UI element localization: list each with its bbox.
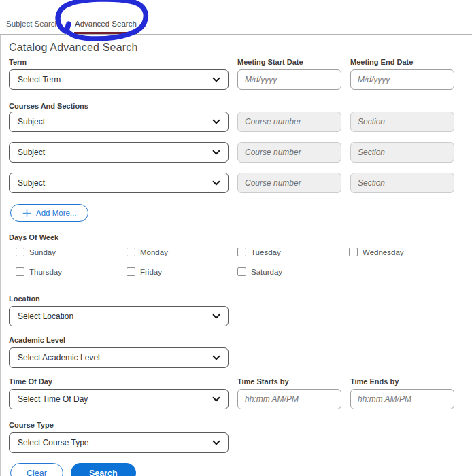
time-starts-by-label: Time Starts by bbox=[237, 377, 341, 386]
days-of-week-label: Days Of Week bbox=[9, 233, 58, 241]
sunday-checkbox[interactable] bbox=[16, 248, 24, 256]
day-label: Wednesday bbox=[363, 248, 404, 256]
search-button[interactable]: Search bbox=[71, 463, 136, 476]
meeting-start-date-input[interactable] bbox=[237, 69, 341, 90]
thursday-checkbox[interactable] bbox=[16, 267, 24, 276]
course-number-input-3[interactable] bbox=[237, 173, 341, 193]
subject-select-value: Subject bbox=[18, 178, 45, 188]
meeting-end-date-input[interactable] bbox=[350, 69, 454, 90]
course-number-input-2[interactable] bbox=[237, 142, 341, 163]
day-label: Saturday bbox=[251, 268, 282, 276]
chevron-down-icon bbox=[212, 117, 221, 126]
subject-select-value: Subject bbox=[18, 117, 45, 126]
subject-select-2[interactable]: Subject bbox=[9, 142, 229, 163]
time-of-day-label: Time Of Day bbox=[9, 377, 229, 386]
advanced-search-panel: Catalog Advanced Search Term Select Term… bbox=[0, 35, 472, 476]
course-row: Subject bbox=[9, 112, 454, 132]
section-input-2[interactable] bbox=[350, 142, 454, 163]
day-label: Friday bbox=[140, 268, 162, 276]
day-item-sunday: Sunday bbox=[16, 248, 127, 256]
day-item-thursday: Thursday bbox=[16, 267, 127, 276]
time-ends-by-input[interactable] bbox=[350, 389, 454, 409]
day-item-monday: Monday bbox=[127, 248, 237, 256]
tuesday-checkbox[interactable] bbox=[237, 248, 246, 256]
time-ends-by-label: Time Ends by bbox=[350, 377, 454, 386]
tab-advanced-search[interactable]: Advanced Search bbox=[74, 20, 137, 34]
chevron-down-icon bbox=[212, 311, 221, 321]
academic-level-select-value: Select Academic Level bbox=[18, 353, 100, 362]
page-title: Catalog Advanced Search bbox=[9, 41, 454, 54]
chevron-down-icon bbox=[212, 438, 221, 447]
course-row: Subject bbox=[9, 173, 454, 193]
day-item-tuesday: Tuesday bbox=[237, 248, 349, 256]
friday-checkbox[interactable] bbox=[127, 267, 135, 276]
day-item-saturday: Saturday bbox=[237, 267, 349, 276]
chevron-down-icon bbox=[212, 75, 221, 84]
form-actions: Clear Search bbox=[10, 463, 454, 476]
add-more-label: Add More... bbox=[36, 209, 76, 217]
day-item-friday: Friday bbox=[127, 267, 237, 276]
time-starts-by-input[interactable] bbox=[237, 389, 341, 409]
academic-level-select[interactable]: Select Academic Level bbox=[9, 347, 229, 368]
monday-checkbox[interactable] bbox=[127, 248, 135, 256]
clear-button[interactable]: Clear bbox=[10, 463, 63, 476]
saturday-checkbox[interactable] bbox=[237, 267, 246, 276]
course-type-select[interactable]: Select Course Type bbox=[9, 432, 229, 453]
plus-icon bbox=[22, 209, 31, 218]
tab-bar: Subject Search Advanced Search bbox=[0, 0, 472, 35]
course-type-select-value: Select Course Type bbox=[18, 438, 89, 447]
add-more-button[interactable]: Add More... bbox=[10, 204, 88, 222]
courses-and-sections-label: Courses And Sections bbox=[9, 102, 88, 110]
location-select[interactable]: Select Location bbox=[9, 306, 229, 326]
section-input-1[interactable] bbox=[350, 112, 454, 132]
academic-level-label: Academic Level bbox=[9, 336, 229, 344]
time-of-day-select-value: Select Time Of Day bbox=[18, 394, 88, 404]
day-label: Monday bbox=[140, 248, 168, 256]
subject-select-3[interactable]: Subject bbox=[9, 173, 229, 193]
subject-select-value: Subject bbox=[18, 148, 45, 157]
time-of-day-select[interactable]: Select Time Of Day bbox=[9, 389, 229, 409]
wednesday-checkbox[interactable] bbox=[349, 248, 358, 256]
day-label: Tuesday bbox=[251, 248, 281, 256]
subject-select-1[interactable]: Subject bbox=[9, 112, 229, 132]
meeting-start-date-label: Meeting Start Date bbox=[237, 58, 341, 66]
location-label: Location bbox=[9, 294, 229, 303]
course-type-label: Course Type bbox=[9, 421, 229, 429]
section-input-3[interactable] bbox=[350, 173, 454, 193]
catalog-search-page: Subject Search Advanced Search Catalog A… bbox=[0, 0, 472, 476]
term-select-value: Select Term bbox=[18, 75, 61, 84]
day-item-wednesday: Wednesday bbox=[349, 248, 454, 256]
chevron-down-icon bbox=[212, 394, 221, 404]
day-label: Thursday bbox=[29, 268, 62, 276]
location-select-value: Select Location bbox=[18, 311, 73, 321]
chevron-down-icon bbox=[212, 178, 221, 188]
day-label: Sunday bbox=[29, 248, 56, 256]
meeting-end-date-label: Meeting End Date bbox=[350, 58, 454, 66]
course-row: Subject bbox=[9, 142, 454, 163]
days-of-week-grid: Sunday Monday Tuesday Wednesday Thursday… bbox=[16, 248, 454, 276]
course-number-input-1[interactable] bbox=[237, 112, 341, 132]
term-select[interactable]: Select Term bbox=[9, 69, 229, 90]
chevron-down-icon bbox=[212, 148, 221, 157]
term-label: Term bbox=[9, 58, 229, 66]
tab-subject-search[interactable]: Subject Search bbox=[5, 20, 60, 34]
chevron-down-icon bbox=[212, 353, 221, 362]
